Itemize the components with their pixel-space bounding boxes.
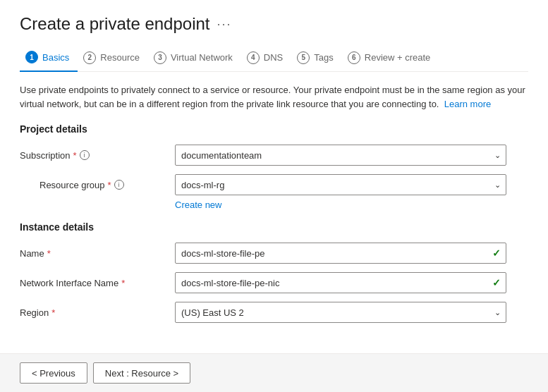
subscription-dropdown-wrapper: documentationteam ⌄ [175,145,506,166]
step-label-resource: Resource [100,52,140,63]
learn-more-link[interactable]: Learn more [444,99,491,109]
project-details-header: Project details [20,123,528,135]
name-check-icon: ✓ [492,247,501,259]
step-circle-6: 6 [348,51,360,64]
step-label-virtual-network: Virtual Network [171,52,233,63]
nic-input[interactable] [175,272,506,293]
steps-navigation: 1 Basics 2 Resource 3 Virtual Network 4 … [20,45,528,72]
nic-row: Network Interface Name * ✓ [20,272,528,293]
subscription-info-icon[interactable]: i [80,150,90,160]
step-label-dns: DNS [264,52,283,63]
subscription-select[interactable]: documentationteam [175,145,506,166]
nic-check-icon: ✓ [492,277,501,288]
step-circle-1: 1 [25,51,38,63]
name-input-wrapper: ✓ [175,243,506,264]
resource-group-select[interactable]: docs-ml-rg [175,174,506,195]
subscription-row: Subscription * i documentationteam ⌄ [20,145,528,166]
project-details-section: Project details Subscription * i documen… [20,123,528,210]
previous-button[interactable]: < Previous [20,362,87,384]
region-row: Region * (US) East US 2 ⌄ [20,302,528,323]
resource-group-info-icon[interactable]: i [114,180,124,190]
name-required: * [47,248,51,259]
page-title: Create a private endpoint [20,14,210,34]
info-text: Use private endpoints to privately conne… [20,83,528,111]
instance-details-header: Instance details [20,221,528,233]
step-label-basics: Basics [42,52,69,63]
name-row: Name * ✓ [20,243,528,264]
name-label: Name * [20,248,175,259]
step-tags[interactable]: 5 Tags [291,46,341,71]
step-circle-4: 4 [247,51,260,64]
step-virtual-network[interactable]: 3 Virtual Network [148,46,241,71]
resource-group-required: * [108,180,111,190]
next-button[interactable]: Next : Resource > [93,362,190,384]
region-required: * [51,307,55,318]
step-circle-2: 2 [83,51,96,64]
subscription-required: * [73,150,77,161]
footer: < Previous Next : Resource > [0,353,548,392]
main-content: Create a private endpoint ··· 1 Basics 2… [0,0,548,353]
region-dropdown-wrapper: (US) East US 2 ⌄ [175,302,506,323]
step-dns[interactable]: 4 DNS [241,46,291,71]
name-input[interactable] [175,243,506,264]
step-review-create[interactable]: 6 Review + create [342,46,439,71]
region-label: Region * [20,307,175,318]
page-container: Create a private endpoint ··· 1 Basics 2… [0,0,548,392]
region-select[interactable]: (US) East US 2 [175,302,506,323]
step-circle-5: 5 [297,51,310,64]
instance-details-section: Instance details Name * ✓ Network Interf… [20,221,528,323]
step-label-review-create: Review + create [365,52,431,63]
nic-input-wrapper: ✓ [175,272,506,293]
resource-group-row: Resource group * i docs-ml-rg ⌄ [20,174,528,195]
step-resource[interactable]: 2 Resource [78,46,148,71]
nic-required: * [121,278,125,288]
page-title-area: Create a private endpoint ··· [20,14,528,34]
step-circle-3: 3 [154,51,166,64]
resource-group-label: Resource group * i [39,180,175,190]
step-label-tags: Tags [314,52,333,63]
page-title-dots: ··· [217,17,232,32]
create-new-link[interactable]: Create new [175,200,528,210]
resource-group-dropdown-wrapper: docs-ml-rg ⌄ [175,174,506,195]
step-basics[interactable]: 1 Basics [20,45,78,72]
subscription-label: Subscription * i [20,150,175,161]
nic-label: Network Interface Name * [20,278,175,288]
